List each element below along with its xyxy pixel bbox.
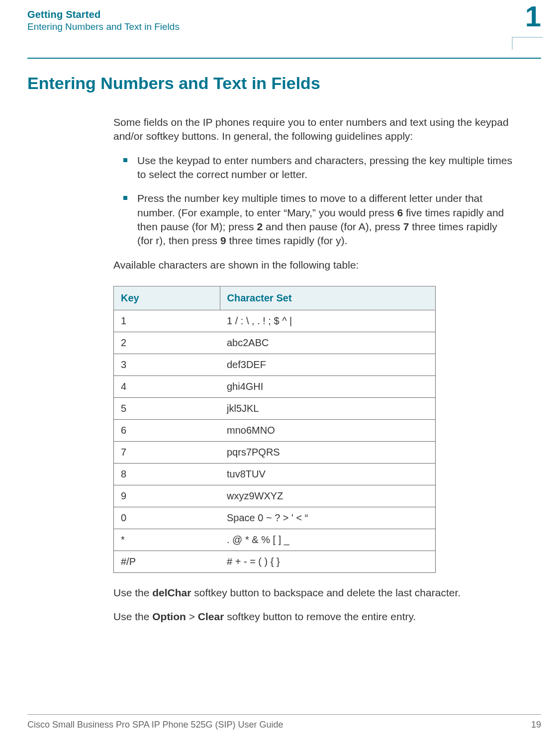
table-cell-charset: 1 / : \ , . ! ; $ ^ | [220, 310, 436, 332]
table-cell-charset: tuv8TUV [220, 464, 436, 485]
table-cell-charset: Space 0 ~ ? > ' < “ [220, 507, 436, 529]
chapter-corner-decoration [512, 37, 543, 50]
table-cell-charset: ghi4GHI [220, 376, 436, 398]
table-cell-charset: mno6MNO [220, 420, 436, 442]
page-footer: Cisco Small Business Pro SPA IP Phone 52… [27, 714, 541, 730]
text: softkey button to backspace and delete t… [191, 587, 461, 598]
intro-paragraph: Some fields on the IP phones require you… [113, 115, 515, 144]
text: three times rapidly (for y). [226, 235, 348, 246]
softkey-option: Option [152, 611, 186, 622]
table-cell-key: 5 [114, 398, 220, 420]
table-cell-charset: jkl5JKL [220, 398, 436, 420]
table-cell-key: 8 [114, 464, 220, 485]
table-cell-key: 0 [114, 507, 220, 529]
text: softkey button to remove the entire entr… [224, 611, 416, 622]
table-cell-key: 7 [114, 442, 220, 464]
table-row: 4ghi4GHI [114, 376, 436, 398]
text: Use the [113, 587, 152, 598]
page-number: 19 [531, 720, 541, 730]
character-set-table: Key Character Set 11 / : \ , . ! ; $ ^ |… [113, 286, 436, 573]
header-rule [27, 58, 541, 59]
text: and then pause (for A), press [263, 221, 403, 232]
key-6: 6 [397, 207, 403, 218]
section-title: Entering Numbers and Text in Fields [27, 21, 560, 32]
table-cell-key: #/P [114, 551, 220, 573]
text: > [186, 611, 198, 622]
table-row: 3def3DEF [114, 354, 436, 376]
table-cell-key: 6 [114, 420, 220, 442]
text: Use the [113, 611, 152, 622]
chapter-number: 1 [525, 2, 541, 31]
table-cell-key: 3 [114, 354, 220, 376]
softkey-clear: Clear [198, 611, 224, 622]
table-cell-charset: . @ * & % [ ] _ [220, 529, 436, 551]
option-clear-paragraph: Use the Option > Clear softkey button to… [113, 610, 515, 624]
table-cell-charset: pqrs7PQRS [220, 442, 436, 464]
page-heading: Entering Numbers and Text in Fields [27, 74, 320, 93]
softkey-delchar: delChar [152, 587, 191, 598]
delchar-paragraph: Use the delChar softkey button to backsp… [113, 586, 515, 600]
guidelines-list: Use the keypad to enter numbers and char… [113, 154, 515, 248]
key-9: 9 [220, 235, 226, 246]
list-item: Use the keypad to enter numbers and char… [113, 154, 515, 182]
table-cell-charset: abc2ABC [220, 332, 436, 354]
table-cell-key: 4 [114, 376, 220, 398]
table-row: 6mno6MNO [114, 420, 436, 442]
list-item: Press the number key multiple times to m… [113, 191, 515, 248]
footer-text: Cisco Small Business Pro SPA IP Phone 52… [27, 720, 283, 730]
body-content: Some fields on the IP phones require you… [113, 115, 515, 634]
table-row: 8tuv8TUV [114, 464, 436, 485]
table-row: 7pqrs7PQRS [114, 442, 436, 464]
table-header-charset: Character Set [220, 286, 436, 310]
table-row: 11 / : \ , . ! ; $ ^ | [114, 310, 436, 332]
table-cell-charset: wxyz9WXYZ [220, 485, 436, 507]
table-row: 0Space 0 ~ ? > ' < “ [114, 507, 436, 529]
key-7: 7 [403, 221, 409, 232]
table-cell-charset: # + - = ( ) { } [220, 551, 436, 573]
table-row: 2abc2ABC [114, 332, 436, 354]
table-row: 9wxyz9WXYZ [114, 485, 436, 507]
table-row: *. @ * & % [ ] _ [114, 529, 436, 551]
table-cell-charset: def3DEF [220, 354, 436, 376]
table-header-key: Key [114, 286, 220, 310]
table-cell-key: * [114, 529, 220, 551]
chapter-title: Getting Started [27, 9, 560, 20]
key-2: 2 [257, 221, 263, 232]
table-row: #/P# + - = ( ) { } [114, 551, 436, 573]
table-intro: Available characters are shown in the fo… [113, 258, 515, 272]
table-row: 5jkl5JKL [114, 398, 436, 420]
table-cell-key: 9 [114, 485, 220, 507]
table-cell-key: 2 [114, 332, 220, 354]
table-cell-key: 1 [114, 310, 220, 332]
